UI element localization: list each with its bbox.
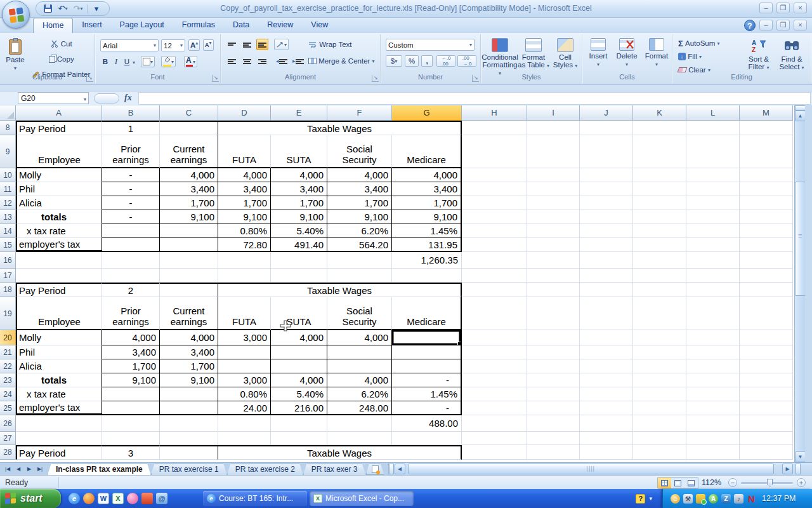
- cell-H25[interactable]: [462, 401, 527, 415]
- cell-L10[interactable]: [686, 168, 740, 182]
- cell-K18[interactable]: [633, 283, 686, 297]
- cell-E17[interactable]: [271, 269, 327, 283]
- cell-I22[interactable]: [527, 359, 580, 373]
- cell-H22[interactable]: [462, 359, 527, 373]
- workbook-minimize-button[interactable]: –: [759, 20, 773, 30]
- cell-K21[interactable]: [633, 345, 686, 359]
- align-center-button[interactable]: [241, 55, 253, 67]
- alignment-dialog-launcher[interactable]: ↘: [372, 75, 379, 82]
- cell-J27[interactable]: [580, 432, 633, 445]
- vertical-split-handle[interactable]: [795, 105, 806, 110]
- underline-dropdown[interactable]: ▾: [133, 60, 135, 65]
- row-header-11[interactable]: 11: [0, 182, 16, 196]
- ribbon-tab-review[interactable]: Review: [258, 18, 302, 33]
- cell-D11[interactable]: 3,400: [218, 182, 271, 196]
- cell-F20[interactable]: 4,000: [327, 330, 392, 345]
- cell-L20[interactable]: [686, 330, 740, 345]
- cell-C13[interactable]: 9,100: [160, 210, 218, 224]
- col-header-C[interactable]: C: [160, 105, 218, 121]
- cell-E23[interactable]: 4,000: [271, 373, 327, 387]
- cell-A21[interactable]: Phil: [16, 345, 102, 359]
- cell-K11[interactable]: [633, 182, 686, 196]
- cell-A26[interactable]: [16, 415, 102, 432]
- cell-M12[interactable]: [740, 196, 793, 210]
- horizontal-scrollbar[interactable]: ◀ ▶: [388, 463, 812, 475]
- cell-L21[interactable]: [686, 345, 740, 359]
- cell-I18[interactable]: [527, 283, 580, 297]
- cell-H24[interactable]: [462, 387, 527, 401]
- cell-A24[interactable]: x tax rate: [16, 387, 102, 401]
- internet-explorer-icon[interactable]: e: [69, 493, 80, 504]
- col-header-H[interactable]: H: [462, 105, 527, 121]
- taskbar-window-ie[interactable]: eCourse: BT 165: Intr...: [203, 491, 307, 506]
- cell-J11[interactable]: [580, 182, 633, 196]
- cell-D20[interactable]: 3,000: [218, 330, 271, 345]
- sheet-tab-pr-tax-exercise-2[interactable]: PR tax exercise 2: [227, 463, 303, 475]
- cell-A23[interactable]: totals: [16, 373, 102, 387]
- normal-view-button[interactable]: [658, 478, 671, 488]
- row-header-15[interactable]: 15: [0, 238, 16, 252]
- cell-D27[interactable]: [218, 432, 271, 445]
- cell-G9[interactable]: Medicare: [392, 135, 462, 168]
- restore-button[interactable]: ❐: [776, 3, 790, 13]
- cell-E15[interactable]: 491.40: [271, 238, 327, 252]
- comma-button[interactable]: ,: [421, 55, 433, 67]
- cell-I17[interactable]: [527, 269, 580, 283]
- bold-button[interactable]: B: [100, 56, 110, 67]
- paste-button[interactable]: Paste▾: [3, 37, 28, 72]
- sort-filter-button[interactable]: AZ Sort &Filter ▾: [743, 36, 774, 72]
- cell-B18[interactable]: 2: [102, 283, 160, 297]
- cell-I15[interactable]: [527, 238, 580, 252]
- cell-F23[interactable]: 4,000: [327, 373, 392, 387]
- cell-E13[interactable]: 9,100: [271, 210, 327, 224]
- cell-E10[interactable]: 4,000: [271, 168, 327, 182]
- row-header-8[interactable]: 8: [0, 121, 16, 135]
- cell-L27[interactable]: [686, 432, 740, 445]
- cell-M10[interactable]: [740, 168, 793, 182]
- cell-J10[interactable]: [580, 168, 633, 182]
- row-header-13[interactable]: 13: [0, 210, 16, 224]
- row-header-27[interactable]: 27: [0, 432, 16, 445]
- cell-E14[interactable]: 5.40%: [271, 224, 327, 238]
- cell-G21[interactable]: [392, 345, 462, 359]
- col-header-J[interactable]: J: [580, 105, 633, 121]
- cell-D19[interactable]: FUTA: [218, 297, 271, 330]
- cell-D15[interactable]: 72.80: [218, 238, 271, 252]
- cell-H19[interactable]: [462, 297, 527, 330]
- cut-button[interactable]: Cut: [30, 38, 92, 50]
- cell-G11[interactable]: 3,400: [392, 182, 462, 196]
- cell-K10[interactable]: [633, 168, 686, 182]
- cell-A17[interactable]: [16, 269, 102, 283]
- cell-B10[interactable]: -: [102, 168, 160, 182]
- cell-M16[interactable]: [740, 252, 793, 269]
- cell-E20[interactable]: 4,000: [271, 330, 327, 345]
- minimize-button[interactable]: –: [759, 3, 773, 13]
- wrap-text-button[interactable]: Wrap Text: [306, 39, 354, 50]
- ribbon-tab-data[interactable]: Data: [224, 18, 258, 33]
- cell-E27[interactable]: [271, 432, 327, 445]
- row-header-16[interactable]: 16: [0, 252, 16, 269]
- font-color-button[interactable]: A▾: [184, 56, 197, 67]
- start-button[interactable]: start: [0, 489, 61, 508]
- ribbon-tab-insert[interactable]: Insert: [73, 18, 110, 33]
- cell-C12[interactable]: 1,700: [160, 196, 218, 210]
- cell-L13[interactable]: [686, 210, 740, 224]
- cell-M13[interactable]: [740, 210, 793, 224]
- cell-I25[interactable]: [527, 401, 580, 415]
- cell-I20[interactable]: [527, 330, 580, 345]
- cell-K14[interactable]: [633, 224, 686, 238]
- cell-B24[interactable]: [102, 387, 160, 401]
- cell-H16[interactable]: [462, 252, 527, 269]
- cell-D18[interactable]: Taxable Wages: [218, 283, 462, 297]
- increase-decimal-button[interactable]: ←.0.00: [436, 55, 455, 67]
- cell-M8[interactable]: [740, 121, 793, 135]
- cell-B19[interactable]: Prior earnings: [102, 297, 160, 330]
- select-all-corner[interactable]: [0, 105, 16, 121]
- prev-sheet-button[interactable]: ◀: [13, 464, 23, 474]
- cell-J24[interactable]: [580, 387, 633, 401]
- row-header-23[interactable]: 23: [0, 373, 16, 387]
- cell-J21[interactable]: [580, 345, 633, 359]
- format-as-table-button[interactable]: Formatas Table ▾: [518, 36, 549, 70]
- hidden-icons-chevron[interactable]: ▾: [649, 495, 652, 502]
- cell-M14[interactable]: [740, 224, 793, 238]
